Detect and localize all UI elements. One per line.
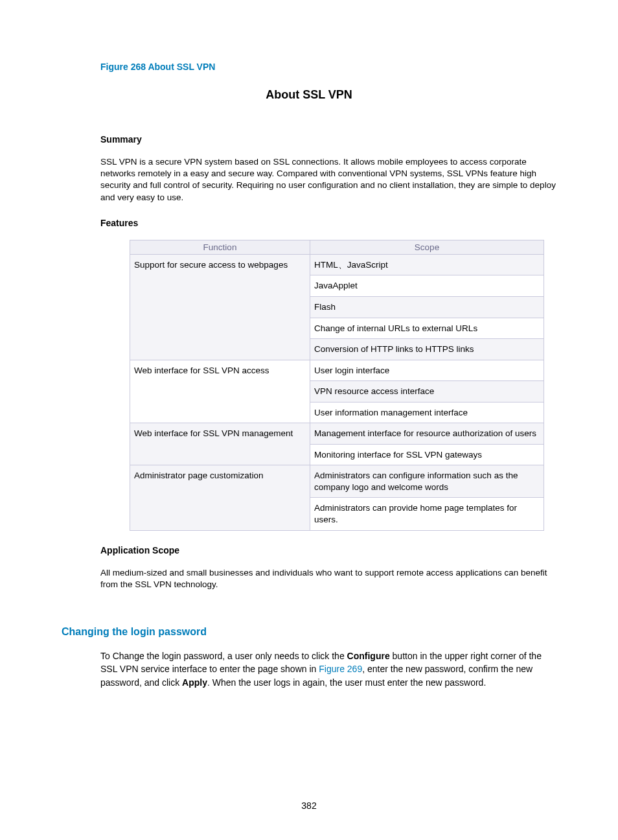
cell-scope: User login interface (310, 360, 544, 381)
main-title: About SSL VPN (62, 88, 556, 102)
cell-scope: VPN resource access interface (310, 381, 544, 402)
cell-scope: Change of internal URLs to external URLs (310, 318, 544, 339)
summary-heading: Summary (100, 134, 556, 145)
cell-scope: Administrators can provide home page tem… (310, 498, 544, 530)
app-scope-text: All medium-sized and small businesses an… (100, 567, 556, 590)
apply-bold: Apply (182, 677, 207, 688)
cell-scope: JavaApplet (310, 275, 544, 297)
table-row: Support for secure access to webpagesHTM… (130, 254, 544, 275)
para-part1: To Change the login password, a user onl… (100, 651, 347, 661)
cell-scope: HTML、JavaScript (310, 254, 544, 275)
features-heading: Features (100, 218, 556, 228)
figure-caption: Figure 268 About SSL VPN (100, 62, 556, 72)
cell-scope: Monitoring interface for SSL VPN gateway… (310, 444, 544, 465)
cell-scope: Administrators can configure information… (310, 465, 544, 498)
th-scope: Scope (310, 240, 544, 254)
app-scope-heading: Application Scope (100, 545, 556, 555)
cell-function: Support for secure access to webpages (130, 254, 310, 360)
cell-function: Administrator page customization (130, 465, 310, 530)
figure-link[interactable]: Figure 269 (319, 664, 362, 674)
features-table: Function Scope Support for secure access… (130, 240, 544, 531)
table-row: Web interface for SSL VPN accessUser log… (130, 360, 544, 381)
configure-bold: Configure (347, 651, 390, 661)
changing-paragraph: To Change the login password, a user onl… (100, 649, 556, 689)
cell-function: Web interface for SSL VPN access (130, 360, 310, 423)
th-function: Function (130, 240, 310, 254)
page-number: 382 (0, 800, 618, 811)
table-row: Administrator page customizationAdminist… (130, 465, 544, 498)
para-part4: . When the user logs in again, the user … (207, 677, 486, 688)
cell-scope: Management interface for resource author… (310, 423, 544, 445)
cell-scope: Flash (310, 296, 544, 318)
cell-function: Web interface for SSL VPN management (130, 423, 310, 465)
cell-scope: User information management interface (310, 402, 544, 423)
changing-heading: Changing the login password (62, 626, 556, 638)
page: Figure 268 About SSL VPN About SSL VPN S… (0, 0, 618, 840)
summary-text: SSL VPN is a secure VPN system based on … (100, 156, 556, 204)
cell-scope: Conversion of HTTP links to HTTPS links (310, 339, 544, 360)
table-row: Web interface for SSL VPN managementMana… (130, 423, 544, 445)
